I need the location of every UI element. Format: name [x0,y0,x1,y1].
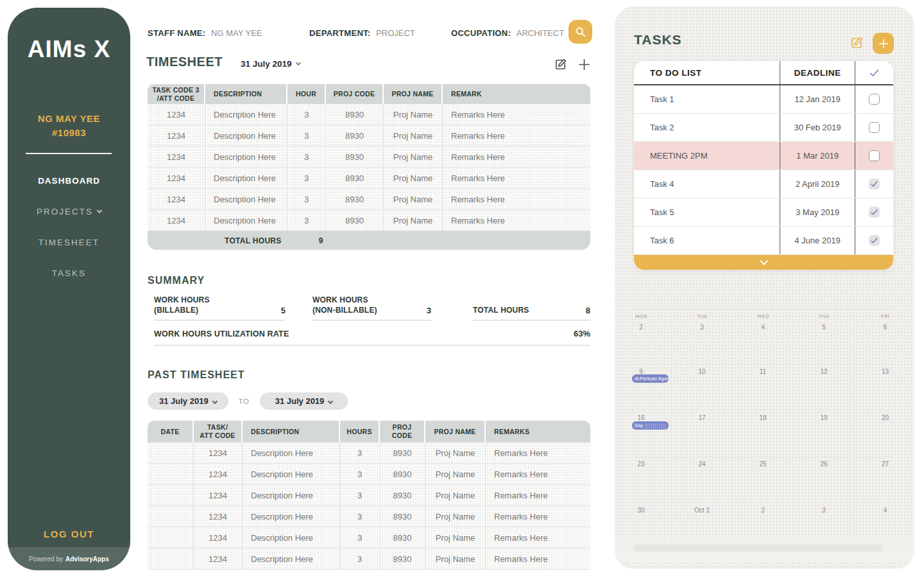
cell-hour: 3 [287,146,326,167]
to-date-selector[interactable]: 31 July 2019 [260,392,348,410]
plus-icon [577,57,592,72]
chevron-down-icon [212,398,217,403]
column-header: DESCRIPTION [205,84,287,104]
cell-hour: 3 [287,189,326,209]
cell-hour: 3 [287,210,326,231]
table-row: 1234 Description Here 3 8930 Proj Name R… [148,464,590,485]
chevron-down-icon [760,257,768,265]
task-name: MEETING 2PM [634,151,780,161]
to-date-value: 31 July 2019 [275,396,325,406]
search-button[interactable] [569,20,592,44]
list-item[interactable]: Task 2 30 Feb 2019 [634,114,893,142]
table-row: 1234 Description Here 3 8930 Proj Name R… [148,168,590,189]
total-hours-value: 9 [319,236,323,245]
table-row: 1234 Description Here 3 8930 Proj Name R… [148,146,590,168]
list-item[interactable]: Task 5 3 May 2019 [634,198,893,227]
calendar: MON TUE WED THU FRI 2 3 4 5 6 9 10 11 12… [632,308,893,556]
date-number: 4 [733,322,793,331]
task-checkbox[interactable] [869,150,880,161]
add-task-button[interactable] [873,33,894,54]
calendar-event-label: di-Pertuan Agon [635,374,669,383]
list-item-highlighted[interactable]: MEETING 2PM 1 Mar 2019 [634,142,893,170]
timesheet-date-selector[interactable]: 31 July 2019 [241,59,300,69]
utilization-rate-field: WORK HOURS UTILIZATION RATE 63% [154,329,590,346]
cell-proj-name: Proj Name [384,125,443,146]
list-item[interactable]: Task 4 2 April 2019 [634,170,893,198]
cell-proj-name: Proj Name [425,548,486,569]
calendar-cell: 4 [733,322,794,363]
department-field: DEPARTMENT: PROJECT [309,28,415,38]
sidebar-item-dashboard[interactable]: DASHBOARD [8,176,130,186]
cell-task-code: 1234 [148,168,205,188]
cell-hours: 3 [340,485,380,505]
cell-hour: 3 [287,104,326,125]
cell-proj-name: Proj Name [425,464,486,484]
table-row: 1234 Description Here 3 8930 Proj Name R… [148,189,590,210]
task-checkbox[interactable] [869,122,880,133]
calendar-cell: 20 [855,410,893,456]
timesheet-table: TASK CODE 3 /ATT CODE DESCRIPTION HOUR P… [148,84,590,250]
task-checkbox[interactable] [869,179,880,189]
cell-task-code: 1234 [148,189,205,209]
expand-tasks-button[interactable] [634,255,893,270]
add-timesheet-button[interactable] [577,57,592,72]
edit-tasks-button[interactable] [849,35,864,51]
cell-proj-name: Proj Name [384,168,443,188]
task-checkbox[interactable] [869,94,880,105]
calendar-cell: 19 [794,410,855,456]
search-icon [574,26,586,38]
date-number: 18 [733,410,793,421]
column-header: HOUR [287,84,326,104]
list-item[interactable]: Task 1 12 Jan 2019 [634,85,893,114]
occupation-field: OCCUPATION: ARCHITECT [451,28,564,38]
calendar-event[interactable]: di-Pertuan Agon [632,374,669,383]
cell-hour: 3 [287,125,326,146]
date-number: 6 [855,322,893,331]
cell-description: Description Here [243,442,340,463]
sidebar: AIMs X NG MAY YEE #10983 DASHBOARD PROJE… [8,8,130,570]
date-number: 4 [855,503,893,514]
column-header: REMARKS [486,421,590,442]
task-deadline: 4 June 2019 [780,227,855,254]
calendar-week: 2 3 4 5 6 [632,322,893,363]
task-deadline: 30 Feb 2019 [780,114,855,141]
date-number: 10 [672,364,732,375]
billable-hours-value: 5 [281,306,286,315]
timesheet-table-header: TASK CODE 3 /ATT CODE DESCRIPTION HOUR P… [148,84,590,104]
task-name: Task 1 [634,94,780,104]
edit-icon [553,57,568,72]
cell-hours: 3 [340,464,380,484]
calendar-cell: 10 [672,364,733,410]
date-number: 24 [672,457,732,468]
from-date-selector[interactable]: 31 July 2019 [148,392,228,410]
cell-remarks: Remarks Here [486,548,590,569]
table-row: 1234 Description Here 3 8930 Proj Name R… [148,485,590,506]
cell-proj-code: 8930 [380,527,425,548]
calendar-cell: 2 [632,322,672,363]
task-checkbox[interactable] [869,235,880,246]
main-content: STAFF NAME: NG MAY YEE DEPARTMENT: PROJE… [146,0,590,578]
calendar-event[interactable]: Day [632,421,669,430]
calendar-cell: 6 [855,322,893,363]
list-item[interactable]: Task 6 4 June 2019 [634,227,893,255]
task-checkbox[interactable] [869,207,880,218]
sidebar-item-tasks[interactable]: TASKS [8,268,130,278]
to-label: TO [239,398,250,405]
logout-button[interactable]: LOG OUT [8,529,130,539]
column-header: PROJ CODE [326,84,384,104]
sidebar-item-projects[interactable]: PROJECTS [8,207,130,216]
cell-proj-code: 8930 [326,146,384,167]
cell-proj-code: 8930 [326,210,384,231]
cell-remarks: Remarks Here [486,442,590,463]
task-deadline: 2 April 2019 [780,170,855,198]
calendar-cell: 13 [855,364,893,410]
staff-name-value: NG MAY YEE [211,28,262,38]
billable-hours-field: WORK HOURS (BILLABLE) 5 [154,295,286,320]
cell-proj-code: 8930 [380,442,425,463]
edit-timesheet-button[interactable] [553,57,568,72]
cell-remark: Remarks Here [443,104,590,125]
cell-date [148,485,194,505]
day-header: MON [632,310,672,322]
table-row: 1234 Description Here 3 8930 Proj Name R… [148,442,590,464]
sidebar-item-timesheet[interactable]: TIMESHEET [8,238,130,247]
